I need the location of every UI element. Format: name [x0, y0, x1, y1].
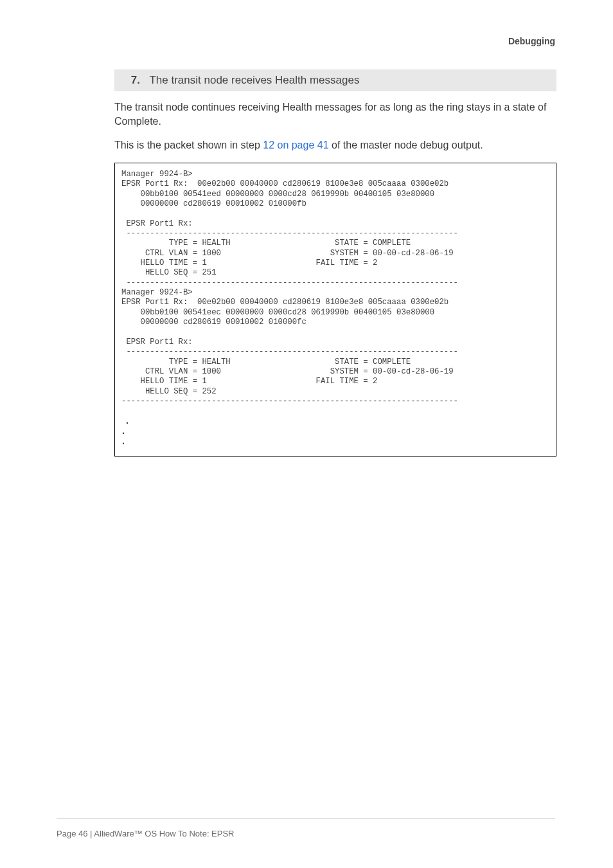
running-header: Debugging — [508, 36, 555, 46]
para2-tail: of the master node debug output. — [329, 140, 483, 150]
para2-lead: This is the packet shown in step — [114, 140, 263, 150]
code-block: Manager 9924-B> EPSR Port1 Rx: 00e02b00 … — [114, 163, 556, 457]
step-heading: 7. The transit node receives Health mess… — [114, 69, 556, 91]
code-text: Manager 9924-B> EPSR Port1 Rx: 00e02b00 … — [121, 170, 458, 406]
crossref-link[interactable]: 12 on page 41 — [263, 140, 328, 150]
paragraph-2: This is the packet shown in step 12 on p… — [114, 138, 556, 152]
step-title: The transit node receives Health message… — [149, 74, 359, 86]
footer-text: Page 46 | AlliedWare™ OS How To Note: EP… — [57, 829, 235, 838]
step-number: 7. — [123, 74, 140, 87]
ellipsis-icon: . . . — [121, 411, 129, 448]
main-content: 7. The transit node receives Health mess… — [114, 69, 556, 457]
paragraph-1: The transit node continues receiving Hea… — [114, 100, 556, 128]
footer-rule — [57, 818, 555, 819]
